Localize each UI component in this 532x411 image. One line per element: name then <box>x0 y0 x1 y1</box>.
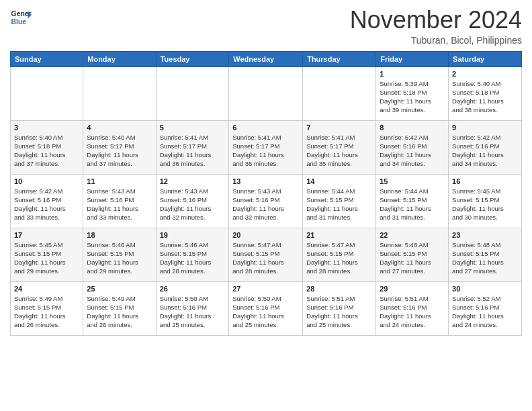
calendar-cell: 11Sunrise: 5:43 AM Sunset: 5:16 PM Dayli… <box>83 174 156 228</box>
calendar-cell: 2Sunrise: 5:40 AM Sunset: 5:18 PM Daylig… <box>449 66 522 120</box>
day-number: 16 <box>452 177 518 185</box>
day-number: 5 <box>160 124 226 132</box>
calendar-cell: 9Sunrise: 5:42 AM Sunset: 5:16 PM Daylig… <box>449 120 522 174</box>
svg-text:Blue: Blue <box>11 18 27 26</box>
day-info: Sunrise: 5:43 AM Sunset: 5:16 PM Dayligh… <box>232 187 299 222</box>
day-info: Sunrise: 5:51 AM Sunset: 5:16 PM Dayligh… <box>380 294 445 330</box>
calendar-cell <box>11 66 83 120</box>
day-number: 18 <box>87 231 152 239</box>
day-number: 8 <box>380 124 445 132</box>
day-number: 1 <box>380 70 445 78</box>
day-number: 23 <box>452 231 518 239</box>
day-number: 11 <box>87 177 152 185</box>
page: General Blue November 2024 Tuburan, Bico… <box>0 0 532 411</box>
calendar-cell: 6Sunrise: 5:41 AM Sunset: 5:17 PM Daylig… <box>229 120 303 174</box>
calendar-cell: 4Sunrise: 5:40 AM Sunset: 5:17 PM Daylig… <box>83 120 156 174</box>
day-info: Sunrise: 5:48 AM Sunset: 5:15 PM Dayligh… <box>380 240 445 276</box>
day-info: Sunrise: 5:44 AM Sunset: 5:15 PM Dayligh… <box>380 187 445 222</box>
day-info: Sunrise: 5:42 AM Sunset: 5:16 PM Dayligh… <box>380 133 445 169</box>
col-header-sunday: Sunday <box>11 51 83 66</box>
calendar-cell: 23Sunrise: 5:48 AM Sunset: 5:15 PM Dayli… <box>449 228 522 281</box>
calendar-cell <box>303 66 376 120</box>
day-info: Sunrise: 5:47 AM Sunset: 5:15 PM Dayligh… <box>232 240 299 276</box>
calendar-cell <box>156 66 229 120</box>
logo-icon: General Blue <box>10 7 32 28</box>
calendar-cell: 8Sunrise: 5:42 AM Sunset: 5:16 PM Daylig… <box>376 120 449 174</box>
day-info: Sunrise: 5:39 AM Sunset: 5:18 PM Dayligh… <box>380 79 445 115</box>
calendar-cell: 26Sunrise: 5:50 AM Sunset: 5:16 PM Dayli… <box>156 281 229 335</box>
day-number: 4 <box>87 124 152 132</box>
day-info: Sunrise: 5:45 AM Sunset: 5:15 PM Dayligh… <box>452 187 518 222</box>
day-number: 21 <box>306 231 372 239</box>
day-number: 26 <box>160 285 226 293</box>
day-info: Sunrise: 5:41 AM Sunset: 5:17 PM Dayligh… <box>160 133 226 169</box>
day-number: 25 <box>87 285 152 293</box>
day-number: 15 <box>380 177 445 185</box>
calendar-header-row: SundayMondayTuesdayWednesdayThursdayFrid… <box>11 51 522 66</box>
calendar-cell: 27Sunrise: 5:50 AM Sunset: 5:16 PM Dayli… <box>229 281 303 335</box>
calendar-cell: 10Sunrise: 5:42 AM Sunset: 5:16 PM Dayli… <box>11 174 83 228</box>
calendar-cell <box>83 66 156 120</box>
day-number: 19 <box>160 231 226 239</box>
day-info: Sunrise: 5:40 AM Sunset: 5:18 PM Dayligh… <box>452 79 518 115</box>
day-number: 12 <box>160 177 226 185</box>
day-info: Sunrise: 5:50 AM Sunset: 5:16 PM Dayligh… <box>232 294 299 330</box>
col-header-friday: Friday <box>376 51 449 66</box>
day-info: Sunrise: 5:51 AM Sunset: 5:16 PM Dayligh… <box>306 294 372 330</box>
day-info: Sunrise: 5:48 AM Sunset: 5:15 PM Dayligh… <box>452 240 518 276</box>
month-title: November 2024 <box>350 7 522 34</box>
calendar-cell: 12Sunrise: 5:43 AM Sunset: 5:16 PM Dayli… <box>156 174 229 228</box>
week-row-4: 17Sunrise: 5:45 AM Sunset: 5:15 PM Dayli… <box>11 228 522 281</box>
header: General Blue November 2024 Tuburan, Bico… <box>10 7 522 46</box>
day-info: Sunrise: 5:41 AM Sunset: 5:17 PM Dayligh… <box>306 133 372 169</box>
day-info: Sunrise: 5:40 AM Sunset: 5:17 PM Dayligh… <box>87 133 152 169</box>
calendar-cell: 25Sunrise: 5:49 AM Sunset: 5:15 PM Dayli… <box>83 281 156 335</box>
calendar-cell: 21Sunrise: 5:47 AM Sunset: 5:15 PM Dayli… <box>303 228 376 281</box>
col-header-tuesday: Tuesday <box>156 51 229 66</box>
calendar-cell: 19Sunrise: 5:46 AM Sunset: 5:15 PM Dayli… <box>156 228 229 281</box>
logo: General Blue <box>10 7 32 28</box>
col-header-monday: Monday <box>83 51 156 66</box>
day-info: Sunrise: 5:41 AM Sunset: 5:17 PM Dayligh… <box>232 133 299 169</box>
week-row-3: 10Sunrise: 5:42 AM Sunset: 5:16 PM Dayli… <box>11 174 522 228</box>
day-info: Sunrise: 5:45 AM Sunset: 5:15 PM Dayligh… <box>14 240 79 276</box>
day-number: 7 <box>306 124 372 132</box>
week-row-2: 3Sunrise: 5:40 AM Sunset: 5:18 PM Daylig… <box>11 120 522 174</box>
day-number: 17 <box>14 231 79 239</box>
day-number: 20 <box>232 231 299 239</box>
calendar-cell: 3Sunrise: 5:40 AM Sunset: 5:18 PM Daylig… <box>11 120 83 174</box>
day-info: Sunrise: 5:42 AM Sunset: 5:16 PM Dayligh… <box>14 187 79 222</box>
calendar-cell: 20Sunrise: 5:47 AM Sunset: 5:15 PM Dayli… <box>229 228 303 281</box>
calendar-cell: 5Sunrise: 5:41 AM Sunset: 5:17 PM Daylig… <box>156 120 229 174</box>
week-row-5: 24Sunrise: 5:49 AM Sunset: 5:15 PM Dayli… <box>11 281 522 335</box>
day-number: 14 <box>306 177 372 185</box>
calendar-cell: 29Sunrise: 5:51 AM Sunset: 5:16 PM Dayli… <box>376 281 449 335</box>
calendar-cell <box>229 66 303 120</box>
day-number: 6 <box>232 124 299 132</box>
calendar-cell: 14Sunrise: 5:44 AM Sunset: 5:15 PM Dayli… <box>303 174 376 228</box>
week-row-1: 1Sunrise: 5:39 AM Sunset: 5:18 PM Daylig… <box>11 66 522 120</box>
calendar-cell: 18Sunrise: 5:46 AM Sunset: 5:15 PM Dayli… <box>83 228 156 281</box>
day-info: Sunrise: 5:47 AM Sunset: 5:15 PM Dayligh… <box>306 240 372 276</box>
day-info: Sunrise: 5:49 AM Sunset: 5:15 PM Dayligh… <box>14 294 79 330</box>
calendar-cell: 22Sunrise: 5:48 AM Sunset: 5:15 PM Dayli… <box>376 228 449 281</box>
calendar-cell: 16Sunrise: 5:45 AM Sunset: 5:15 PM Dayli… <box>449 174 522 228</box>
day-info: Sunrise: 5:50 AM Sunset: 5:16 PM Dayligh… <box>160 294 226 330</box>
calendar-cell: 1Sunrise: 5:39 AM Sunset: 5:18 PM Daylig… <box>376 66 449 120</box>
col-header-thursday: Thursday <box>303 51 376 66</box>
day-info: Sunrise: 5:43 AM Sunset: 5:16 PM Dayligh… <box>87 187 152 222</box>
location-subtitle: Tuburan, Bicol, Philippines <box>350 35 522 46</box>
day-info: Sunrise: 5:46 AM Sunset: 5:15 PM Dayligh… <box>160 240 226 276</box>
calendar-cell: 28Sunrise: 5:51 AM Sunset: 5:16 PM Dayli… <box>303 281 376 335</box>
col-header-saturday: Saturday <box>449 51 522 66</box>
day-info: Sunrise: 5:52 AM Sunset: 5:16 PM Dayligh… <box>452 294 518 330</box>
day-info: Sunrise: 5:46 AM Sunset: 5:15 PM Dayligh… <box>87 240 152 276</box>
day-number: 22 <box>380 231 445 239</box>
calendar-cell: 30Sunrise: 5:52 AM Sunset: 5:16 PM Dayli… <box>449 281 522 335</box>
day-number: 2 <box>452 70 518 78</box>
day-info: Sunrise: 5:49 AM Sunset: 5:15 PM Dayligh… <box>87 294 152 330</box>
calendar-cell: 7Sunrise: 5:41 AM Sunset: 5:17 PM Daylig… <box>303 120 376 174</box>
calendar-cell: 17Sunrise: 5:45 AM Sunset: 5:15 PM Dayli… <box>11 228 83 281</box>
title-block: November 2024 Tuburan, Bicol, Philippine… <box>350 7 522 46</box>
day-number: 28 <box>306 285 372 293</box>
